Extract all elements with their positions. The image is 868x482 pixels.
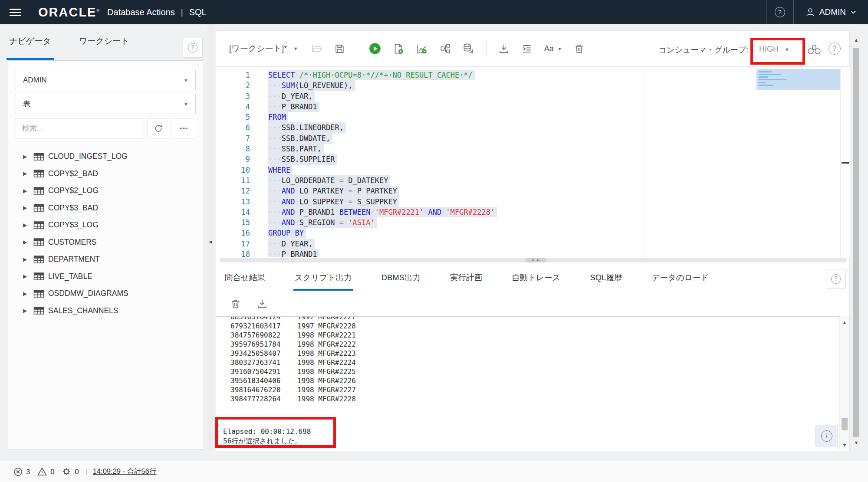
- splitter-handle[interactable]: ◂ ▸: [526, 258, 546, 262]
- line-number: 2: [216, 80, 268, 91]
- expand-arrow-icon[interactable]: ▶: [23, 273, 33, 279]
- code-line[interactable]: 3···D_YEAR,: [216, 91, 850, 102]
- result-tab-0[interactable]: 問合せ結果: [224, 272, 266, 291]
- result-tab-2[interactable]: DBMS出力: [380, 272, 422, 291]
- code-line[interactable]: 13···AND·LO_SUPPKEY·=·S_SUPPKEY: [216, 197, 850, 207]
- more-actions-button[interactable]: •••: [173, 118, 195, 138]
- object-type-select[interactable]: 表 ▼: [16, 94, 196, 114]
- results-help-button[interactable]: ?: [826, 269, 846, 289]
- tab-navigator[interactable]: ナビゲータ: [7, 36, 54, 60]
- scroll-down-icon[interactable]: ▼: [840, 443, 849, 448]
- expand-arrow-icon[interactable]: ▶: [23, 239, 33, 245]
- code-line[interactable]: 9···SSB.SUPPLIER: [216, 154, 850, 164]
- clear-worksheet-button[interactable]: [574, 43, 585, 54]
- code-line[interactable]: 7···SSB.DWDATE,: [216, 133, 850, 144]
- scroll-up-icon[interactable]: ▲: [852, 37, 861, 43]
- format-button[interactable]: [521, 43, 533, 54]
- result-tab-3[interactable]: 実行計画: [449, 272, 483, 291]
- code-line[interactable]: 10WHERE: [216, 165, 850, 175]
- result-tab-1[interactable]: スクリプト出力: [293, 272, 353, 291]
- scroll-down-icon[interactable]: ▼: [852, 440, 861, 445]
- code-line[interactable]: 8···SSB.PART,: [216, 144, 850, 154]
- download-button[interactable]: [498, 43, 510, 54]
- code-line[interactable]: 18···P_BRAND1: [216, 249, 850, 257]
- code-line[interactable]: 16GROUP·BY: [216, 228, 850, 238]
- expand-arrow-icon[interactable]: ▶: [23, 222, 33, 228]
- code-line[interactable]: 2···SUM(LO_REVENUE),: [216, 80, 850, 91]
- editor-help-button[interactable]: ?: [829, 43, 841, 55]
- explain-plan-button[interactable]: [440, 43, 451, 54]
- text-size-dropdown[interactable]: Aa ▼: [544, 44, 562, 53]
- find-button[interactable]: [807, 43, 822, 57]
- code-line[interactable]: 6···SSB.LINEORDER,: [216, 122, 850, 133]
- caret-down-icon[interactable]: ▼: [293, 46, 298, 51]
- editor-scroll-track[interactable]: [840, 67, 850, 257]
- output-scrollbar[interactable]: ▲ ▼: [839, 316, 849, 450]
- user-menu[interactable]: ADMIN: [794, 0, 868, 24]
- page-scrollbar[interactable]: ▲ ▼: [852, 30, 861, 451]
- expand-arrow-icon[interactable]: ▶: [23, 154, 33, 160]
- expand-arrow-icon[interactable]: ▶: [23, 291, 33, 297]
- tree-item[interactable]: ▶COPY$3_BAD: [8, 200, 202, 217]
- result-tab-5[interactable]: SQL履歴: [589, 272, 623, 291]
- result-tab-6[interactable]: データのロード: [650, 272, 710, 291]
- tree-item[interactable]: ▶CUSTOMERS: [8, 234, 202, 251]
- tree-item[interactable]: ▶CLOUD_INGEST_LOG: [8, 148, 202, 165]
- tree-item[interactable]: ▶DEPARTMENT: [8, 251, 202, 268]
- code-line[interactable]: 14···AND·P_BRAND1·BETWEEN·'MFGR#2221'·AN…: [216, 207, 850, 217]
- code-line[interactable]: 17···D_YEAR,: [216, 239, 850, 249]
- refresh-button[interactable]: [148, 118, 169, 138]
- code-line[interactable]: 12···AND·LO_PARTKEY·=·P_PARTKEY: [216, 186, 850, 196]
- output-row: 679321603417 1997 MFGR#2228: [230, 321, 839, 331]
- expand-arrow-icon[interactable]: ▶: [23, 256, 33, 262]
- open-worksheet-button[interactable]: [311, 43, 322, 54]
- result-tab-4[interactable]: 自動トレース: [510, 272, 562, 291]
- tab-worksheet[interactable]: ワークシート: [76, 36, 132, 60]
- expand-arrow-icon[interactable]: ▶: [23, 188, 33, 194]
- tree-item[interactable]: ▶OSDDMW_DIAGRAMS: [8, 285, 202, 302]
- topbar-help-button[interactable]: ?: [766, 0, 793, 24]
- panel-splitter[interactable]: ◂ ▸: [216, 257, 850, 263]
- toolbar-divider: [357, 42, 357, 55]
- code-editor[interactable]: 1SELECT·/*·HIGH·OCPU=8·*//*+·NO_RESULT_C…: [216, 67, 850, 257]
- output-scroll-thumb[interactable]: [842, 418, 848, 430]
- script-output-area[interactable]: 685105764124 1997 MFGR#2227679321603417 …: [217, 316, 839, 450]
- code-line[interactable]: 15···AND·S_REGION·=·'ASIA': [216, 217, 850, 228]
- toolbar-divider: [486, 42, 487, 55]
- page-scroll-thumb[interactable]: [853, 48, 859, 437]
- selected-code-text: ···SSB.PART,: [268, 144, 324, 154]
- autotrace-button[interactable]: [416, 43, 428, 55]
- clear-output-button[interactable]: [230, 298, 241, 309]
- schema-select[interactable]: ADMIN ▼: [16, 70, 196, 90]
- save-button[interactable]: [334, 43, 345, 54]
- format-icon: [521, 43, 533, 54]
- collapse-sidebar-icon[interactable]: ◂: [207, 238, 214, 246]
- expand-arrow-icon[interactable]: ▶: [23, 171, 33, 177]
- tree-item[interactable]: ▶COPY$3_LOG: [8, 216, 202, 234]
- code-line[interactable]: 11···LO_ORDERDATE·=·D_DATEKEY: [216, 175, 850, 186]
- info-button[interactable]: i: [815, 425, 838, 447]
- expand-arrow-icon[interactable]: ▶: [23, 308, 33, 314]
- code-line[interactable]: 4···P_BRAND1: [216, 102, 850, 112]
- consumer-group-select[interactable]: HIGH ▼: [759, 45, 789, 54]
- sql-history-button[interactable]: [463, 43, 474, 55]
- download-output-button[interactable]: [256, 298, 268, 309]
- expand-arrow-icon[interactable]: ▶: [23, 205, 33, 211]
- run-statement-button[interactable]: [369, 43, 381, 55]
- run-script-button[interactable]: [393, 43, 404, 55]
- sidebar-splitter[interactable]: ◂: [207, 24, 214, 451]
- minimap[interactable]: [756, 69, 840, 90]
- tree-item[interactable]: ▶COPY$2_LOG: [8, 182, 202, 200]
- code-line[interactable]: 1SELECT·/*·HIGH·OCPU=8·*//*+·NO_RESULT_C…: [216, 70, 850, 80]
- tree-item[interactable]: ▶LIVE_TABLE: [8, 268, 202, 285]
- result-summary-link[interactable]: 14:09:29 - 合計56行: [93, 467, 157, 476]
- search-input[interactable]: [16, 118, 144, 138]
- code-line[interactable]: 5FROM: [216, 112, 850, 122]
- tree-item[interactable]: ▶COPY$2_BAD: [8, 165, 202, 183]
- tree-item[interactable]: ▶SALES_CHANNELS: [8, 302, 202, 320]
- hamburger-menu-icon[interactable]: [10, 7, 21, 18]
- worksheet-name-dropdown[interactable]: [ワークシート]*: [229, 43, 287, 54]
- sidebar-help-button[interactable]: ?: [183, 38, 203, 58]
- scroll-up-icon[interactable]: ▲: [840, 320, 849, 325]
- print-margin-line: [644, 67, 644, 257]
